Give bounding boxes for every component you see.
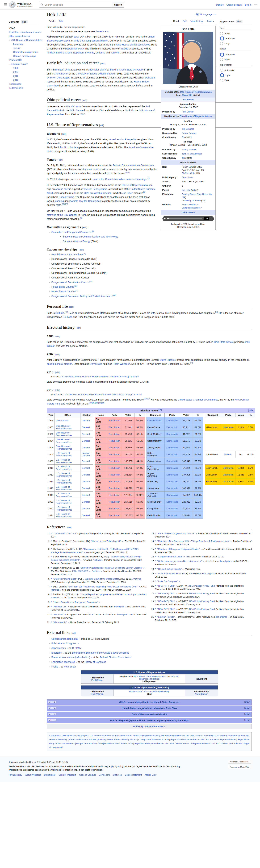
tab-article[interactable]: Article: [47, 19, 57, 24]
wiki-link[interactable]: Archived: [132, 578, 141, 580]
reference-link[interactable]: [9]: [92, 230, 94, 232]
footer-link[interactable]: Cookie statement: [125, 774, 142, 776]
wiki-link[interactable]: House of Representatives: [122, 184, 150, 186]
wiki-link[interactable]: Ohio House of Representatives: [116, 43, 150, 46]
wiki-link[interactable]: Democratic: [166, 480, 178, 483]
wiki-link[interactable]: standing: [55, 199, 64, 203]
wiki-link[interactable]: Democratic: [166, 419, 178, 422]
category-link[interactable]: 21st-century members of the United State…: [89, 734, 159, 737]
search-button[interactable]: Search: [112, 2, 124, 8]
wiki-link[interactable]: University of Toledo: [182, 199, 201, 202]
wiki-link[interactable]: Republican: [109, 473, 120, 476]
footer-link[interactable]: About Wikipedia: [25, 774, 41, 776]
wiki-link[interactable]: Ohio's 5th congressional district: [74, 39, 108, 42]
wiki-link[interactable]: Ohio House of Representatives: [56, 445, 72, 450]
toc-item-2010[interactable]: 2010: [9, 74, 46, 78]
navbox-title-link[interactable]: United States congressional delegations …: [122, 707, 177, 710]
edit-link[interactable]: edit: [67, 526, 71, 529]
external-link-item[interactable]: Profile ↗ at Vote Smart: [52, 665, 252, 669]
wiki-link[interactable]: Archived: [93, 559, 101, 561]
wiki-link[interactable]: United States Chamber of Commerce: [178, 398, 218, 401]
navbox-show-toggle[interactable]: [show]: [245, 701, 250, 703]
wiki-link[interactable]: Ohio House of Representatives: [56, 438, 72, 443]
wiki-link[interactable]: amend the Constitution to ban same-sex m…: [93, 178, 147, 181]
wiki-link[interactable]: Rare Disease Caucus: [52, 290, 75, 293]
backlink-caret[interactable]: ^: [51, 621, 52, 624]
category-link[interactable]: American Roman Catholics: [69, 738, 97, 741]
backlink-caret[interactable]: ^: [155, 540, 156, 542]
wiki-link[interactable]: "Ohio's new congressman Bob Latta sworn …: [157, 560, 202, 562]
wiki-link[interactable]: Democratic: [166, 507, 178, 510]
wiki-link[interactable]: Robert Latta: [96, 30, 108, 33]
wiki-link[interactable]: Democratic: [166, 473, 178, 476]
tab-read[interactable]: Read: [171, 19, 181, 24]
toc-item-external-links[interactable]: External links: [9, 86, 46, 90]
wiki-link[interactable]: amicus brief: [55, 188, 68, 190]
category-link[interactable]: People from Bluffton, Ohio: [76, 742, 103, 745]
wiki-link[interactable]: U.S. House Of Representatives: [56, 513, 72, 518]
wiki-link[interactable]: Republican: [109, 460, 120, 462]
reference-link[interactable]: [24]: [101, 402, 104, 404]
reference-link[interactable]: [8]: [80, 217, 82, 219]
wiki-link[interactable]: U.S. House of Representatives: [56, 486, 72, 491]
wiki-link[interactable]: "NRA-PVF | Ohio": [157, 608, 175, 610]
wiki-link[interactable]: Special General: [82, 452, 90, 457]
wiki-link[interactable]: Democratic: [166, 453, 178, 456]
backlink-caret[interactable]: ^: [51, 548, 52, 550]
wiki-link[interactable]: Republican: [109, 494, 120, 496]
authority-control-link[interactable]: Authority control databases: [133, 725, 163, 727]
vte-links[interactable]: v · t · e: [48, 701, 56, 703]
wiki-link[interactable]: Democratic: [166, 433, 178, 435]
backlink-caret[interactable]: ^: [51, 586, 52, 588]
backlink-caret[interactable]: ^: [155, 560, 156, 562]
categories-label[interactable]: Categories: [49, 734, 60, 737]
backlink-caret[interactable]: ^: [155, 600, 156, 602]
wiki-link[interactable]: 2012 United States House of Representati…: [64, 393, 142, 396]
category-link[interactable]: 20th-century members of the Ohio General…: [160, 734, 213, 737]
wiki-link[interactable]: "Brief from 126 Republicans supporting T…: [68, 586, 138, 588]
navbox-bar[interactable]: v · t · eOhio's 5th congressional distri…: [47, 712, 252, 717]
category-link[interactable]: Republican Party members of the Ohio Hou…: [170, 738, 236, 741]
wiki-link[interactable]: the original: [220, 560, 230, 562]
wiki-link[interactable]: General: [82, 446, 90, 449]
wiki-link[interactable]: Bowling Green State University: [110, 68, 143, 71]
wiki-link[interactable]: Republican Party: [65, 47, 84, 50]
radio-text-standard[interactable]: Standard: [220, 36, 252, 40]
audio-player[interactable]: ▶ 2:42 ⋮: [162, 216, 214, 221]
wiki-link[interactable]: Texas v. Pennsylvania: [83, 188, 107, 190]
wiki-link[interactable]: Profile: [52, 665, 58, 668]
wiki-link[interactable]: General: [82, 426, 90, 429]
external-link-item[interactable]: Biography ↗ at the Biographical Director…: [52, 651, 252, 655]
wiki-link[interactable]: U.S. House of Representatives: [56, 499, 72, 504]
wiki-link[interactable]: Latta's voice: [182, 211, 195, 214]
wiki-link[interactable]: Republican: [109, 426, 120, 429]
wiki-link[interactable]: Rob Wittman: [91, 693, 103, 695]
wiki-link[interactable]: U.S. House of Representatives: [56, 452, 72, 457]
wiki-link[interactable]: "Election Results": [157, 616, 174, 618]
wiki-link[interactable]: Randy Gardner: [182, 148, 196, 151]
backlink-caret[interactable]: ^: [51, 578, 52, 580]
edit-link[interactable]: edit: [70, 306, 73, 308]
wiki-link[interactable]: electronic devices: [82, 168, 101, 170]
wiki-link[interactable]: Democratic: [166, 487, 178, 490]
wiki-link[interactable]: Supreme Court of the United States: [85, 578, 119, 580]
wiki-link[interactable]: Library of Congress: [85, 660, 106, 663]
wiki-link[interactable]: Democratic: [166, 426, 178, 429]
wiki-link[interactable]: "Ohio Secretary of State": [157, 572, 182, 575]
backlink-caret[interactable]: ^: [51, 532, 52, 535]
backlink-caret[interactable]: ^: [51, 601, 52, 603]
wiki-link[interactable]: the original: [114, 606, 125, 608]
wiki-link[interactable]: Napoleon: [73, 51, 84, 54]
wiki-link[interactable]: Democratic: [166, 494, 178, 496]
toc-item-ohio-political-career[interactable]: Ohio political career: [9, 34, 46, 38]
wiki-link[interactable]: Libertarian: [223, 426, 233, 429]
wiki-link[interactable]: General: [82, 514, 90, 517]
wiki-link[interactable]: Biography: [52, 651, 62, 654]
wiki-link[interactable]: Congressional Constitution Caucus: [52, 281, 89, 284]
category-link[interactable]: Politicians from Toledo, Ohio: [104, 742, 133, 745]
wiki-link[interactable]: General: [82, 494, 90, 496]
radio-color-beta--dark[interactable]: Dark: [220, 79, 252, 82]
wiki-link[interactable]: U.S. House of Representatives: [56, 472, 72, 477]
wiki-link[interactable]: JD: [202, 199, 205, 202]
wiki-link[interactable]: Subcommittee on Energy: [63, 240, 90, 243]
